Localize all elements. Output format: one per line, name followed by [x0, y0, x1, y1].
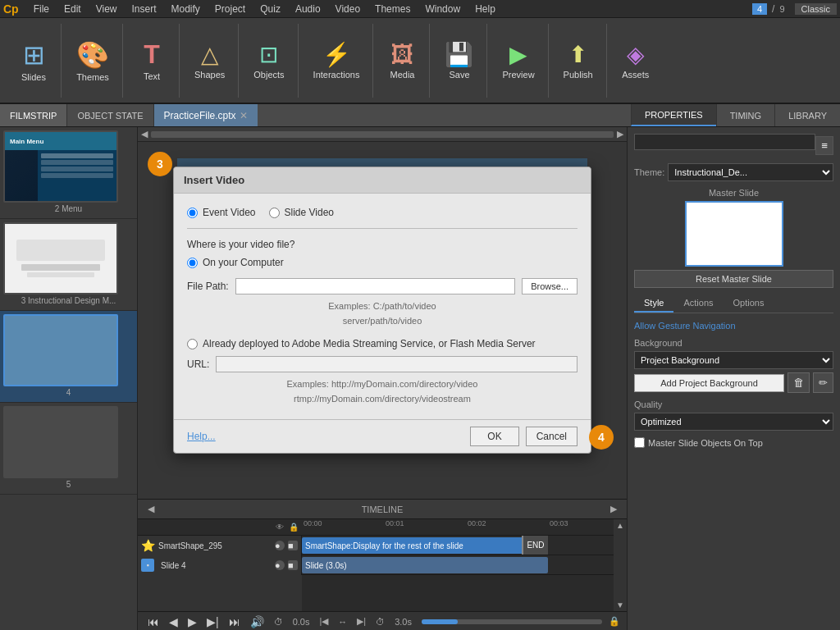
slide-track-eye[interactable]: ●	[275, 560, 285, 570]
lock-icon[interactable]: 🔒	[289, 523, 299, 532]
toolbar-group-preview: ▶ Preview	[489, 24, 548, 98]
prev-frame-button[interactable]: ◀	[166, 614, 181, 630]
smartshape-block[interactable]: SmartShape:Display for the rest of the s…	[302, 537, 548, 554]
menu-themes[interactable]: Themes	[368, 2, 417, 16]
shapes-button[interactable]: △ Shapes	[188, 38, 231, 83]
slide-track-lock[interactable]: ■	[288, 560, 298, 570]
canvas-viewport[interactable]: 3 Insert Video Event Video	[138, 142, 627, 499]
event-video-radio[interactable]: Event Video	[187, 207, 256, 218]
allow-gesture-link[interactable]: Allow Gesture Navigation	[634, 321, 736, 331]
assets-button[interactable]: ◈ Assets	[615, 38, 656, 83]
media-button[interactable]: 🖼 Media	[381, 38, 422, 83]
tab-properties[interactable]: PROPERTIES	[631, 104, 716, 126]
slide4-block[interactable]: Slide (3.0s)	[302, 557, 548, 573]
publish-button[interactable]: ⬆ Publish	[557, 38, 600, 83]
track-lock[interactable]: ■	[288, 541, 298, 550]
help-link[interactable]: Help...	[187, 431, 216, 442]
filmstrip-slide-2[interactable]: Main Menu 2 Menu	[0, 127, 137, 219]
master-slide-thumb[interactable]: BLANK	[685, 201, 783, 267]
menu-insert[interactable]: Insert	[126, 2, 163, 16]
text-button[interactable]: T Text	[131, 36, 172, 84]
slide-video-input[interactable]	[269, 208, 280, 218]
timeline-scroll-right[interactable]: ▶	[607, 504, 620, 514]
slides-button[interactable]: ⊞ Slides	[13, 36, 54, 85]
menu-file[interactable]: File	[27, 2, 56, 16]
filmstrip-slide-4[interactable]: 4	[0, 311, 137, 403]
themes-button[interactable]: 🎨 Themes	[70, 36, 116, 85]
scroll-track[interactable]	[151, 131, 614, 138]
menu-project[interactable]: Project	[208, 2, 252, 16]
objects-button[interactable]: ⊡ Objects	[247, 38, 290, 83]
quality-select[interactable]: Optimized	[634, 413, 833, 431]
event-video-input[interactable]	[187, 208, 198, 218]
slide-5-preview	[5, 408, 116, 477]
tab-close-icon[interactable]: ✕	[240, 110, 248, 121]
slide-4-preview	[5, 316, 116, 385]
browse-button[interactable]: Browse...	[522, 278, 578, 294]
preview-icon: ▶	[509, 41, 527, 68]
interactions-label: Interactions	[313, 70, 360, 80]
rewind-button[interactable]: ⏮	[144, 614, 162, 630]
reset-master-slide-button[interactable]: Reset Master Slide	[634, 270, 833, 288]
menu-edit[interactable]: Edit	[57, 2, 88, 16]
bg-type-select[interactable]: Project Background	[634, 351, 833, 369]
tab-actions[interactable]: Actions	[673, 294, 723, 313]
menu-audio[interactable]: Audio	[289, 2, 327, 16]
menu-quiz[interactable]: Quiz	[253, 2, 287, 16]
interactions-button[interactable]: ⚡ Interactions	[307, 38, 367, 83]
add-bg-button[interactable]: Add Project Background	[634, 374, 784, 392]
tab-options[interactable]: Options	[724, 294, 774, 313]
menu-modify[interactable]: Modify	[165, 2, 207, 16]
cancel-button[interactable]: Cancel	[526, 427, 578, 446]
smartshape-track[interactable]: SmartShape:Display for the rest of the s…	[302, 536, 614, 555]
slide-main	[38, 150, 116, 201]
tab-file[interactable]: PracticeFile.cptx ✕	[154, 104, 258, 126]
scroll-right-icon[interactable]: ▶	[617, 129, 623, 139]
eye-icon[interactable]: 👁	[276, 523, 284, 532]
vscroll-down[interactable]: ▼	[614, 599, 626, 611]
scroll-left-icon[interactable]: ◀	[141, 129, 148, 139]
menu-help[interactable]: Help	[468, 2, 502, 16]
tab-timing[interactable]: TIMING	[716, 104, 775, 126]
audio-button[interactable]: 🔊	[247, 614, 267, 630]
preview-button[interactable]: ▶ Preview	[495, 38, 541, 83]
menu-view[interactable]: View	[89, 2, 124, 16]
filmstrip-slide-5[interactable]: 5	[0, 403, 137, 495]
panel-search-input[interactable]	[634, 134, 815, 150]
menu-video[interactable]: Video	[329, 2, 367, 16]
on-computer-radio[interactable]: On your Computer	[187, 257, 578, 268]
on-computer-input[interactable]	[187, 258, 198, 268]
url-input[interactable]	[216, 356, 578, 372]
trash-button[interactable]: 🗑	[788, 372, 810, 393]
track-eye[interactable]: ●	[275, 541, 285, 550]
ok-button[interactable]: OK	[470, 427, 518, 446]
tab-library[interactable]: LIBRARY	[774, 104, 840, 126]
slide-video-radio[interactable]: Slide Video	[269, 207, 335, 218]
menu-bar: Cp File Edit View Insert Modify Project …	[0, 0, 840, 18]
tab-object-state[interactable]: OBJECT STATE	[67, 104, 153, 126]
next-frame-button[interactable]: ▶|	[203, 614, 222, 630]
timeline-scroll-left[interactable]: ◀	[144, 504, 158, 514]
timeline-scrubber[interactable]	[422, 619, 602, 624]
slide4-track[interactable]: Slide (3.0s)	[302, 555, 614, 575]
divider-1	[187, 228, 578, 229]
tab-style[interactable]: Style	[634, 294, 673, 313]
save-button[interactable]: 💾 Save	[438, 38, 480, 83]
interactions-icon: ⚡	[322, 41, 351, 68]
slide-item	[41, 160, 113, 165]
panel-search-button[interactable]: ≡	[815, 136, 833, 155]
edit-button[interactable]: ✏	[813, 372, 833, 393]
file-path-input[interactable]	[235, 278, 515, 294]
toolbar: ⊞ Slides 🎨 Themes T Text △ Shapes ⊡ Obje…	[0, 18, 840, 104]
menu-window[interactable]: Window	[418, 2, 467, 16]
filmstrip-slide-3[interactable]: 3 Instructional Design M...	[0, 219, 137, 311]
theme-select[interactable]: Instructional_De...	[668, 163, 833, 181]
streaming-input[interactable]	[187, 339, 198, 349]
tab-filmstrip[interactable]: FILMSTRIP	[0, 104, 67, 126]
end-button[interactable]: ⏭	[226, 614, 244, 630]
mode-selector[interactable]: Classic	[795, 3, 837, 15]
master-objects-checkbox[interactable]	[634, 437, 645, 448]
vscroll-up[interactable]: ▲	[614, 519, 626, 532]
streaming-radio[interactable]: Already deployed to Adobe Media Streamin…	[187, 338, 536, 349]
play-button[interactable]: ▶	[185, 614, 200, 630]
